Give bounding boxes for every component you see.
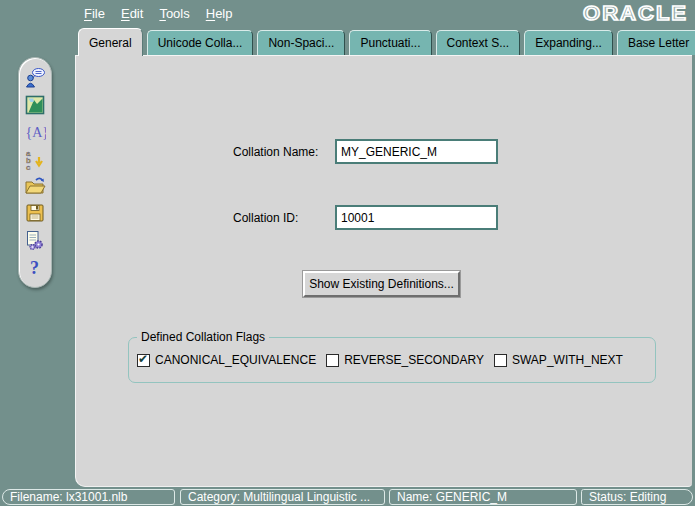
defined-collation-flags-group: Defined Collation Flags CANONICAL_EQUIVA… — [128, 337, 656, 383]
menu-file[interactable]: File — [83, 4, 106, 23]
svg-text:?: ? — [30, 258, 39, 278]
character-set-icon[interactable]: {A} — [24, 121, 46, 143]
flag-canonical-equivalence: CANONICAL_EQUIVALENCE — [137, 353, 316, 367]
general-tab-panel: Collation Name: Collation ID: Show Exist… — [75, 55, 692, 487]
collation-id-label: Collation ID: — [233, 211, 298, 225]
open-file-icon[interactable] — [24, 175, 46, 197]
svg-text:{A}: {A} — [26, 125, 47, 140]
tab-expanding[interactable]: Expanding... — [524, 30, 613, 55]
canonical-equivalence-checkbox[interactable] — [137, 354, 150, 367]
tab-unicode-collation[interactable]: Unicode Colla... — [147, 30, 254, 55]
tab-base-letter[interactable]: Base Letter — [617, 30, 695, 55]
tab-general[interactable]: General — [78, 28, 143, 56]
save-file-icon[interactable] — [24, 202, 46, 224]
linguistic-sort-icon[interactable]: a b c — [24, 148, 46, 170]
status-bar: Filename: lx31001.nlb Category: Multilin… — [0, 489, 695, 506]
preview-map-icon[interactable] — [24, 94, 46, 116]
status-category: Category: Multilingual Linguistic ... — [180, 489, 385, 505]
collation-name-label: Collation Name: — [233, 145, 318, 159]
menu-edit[interactable]: Edit — [120, 4, 144, 23]
flag-reverse-secondary: REVERSE_SECONDARY — [326, 353, 484, 367]
flags-group-title: Defined Collation Flags — [137, 330, 269, 344]
generate-nlb-icon[interactable] — [24, 229, 46, 251]
status-filename: Filename: lx31001.nlb — [2, 489, 175, 505]
flags-row: CANONICAL_EQUIVALENCE REVERSE_SECONDARY … — [137, 353, 633, 367]
flag-swap-with-next: SWAP_WITH_NEXT — [494, 353, 623, 367]
new-locale-icon[interactable] — [24, 67, 46, 89]
menu-bar: File Edit Tools Help — [83, 0, 233, 26]
canonical-equivalence-label: CANONICAL_EQUIVALENCE — [155, 353, 316, 367]
show-existing-definitions-button[interactable]: Show Existing Definitions... — [303, 271, 460, 297]
swap-with-next-checkbox[interactable] — [494, 354, 507, 367]
reverse-secondary-label: REVERSE_SECONDARY — [344, 353, 484, 367]
locale-builder-window: File Edit Tools Help ORACLE General Unic… — [0, 0, 695, 506]
reverse-secondary-checkbox[interactable] — [326, 354, 339, 367]
collation-id-input[interactable] — [335, 205, 498, 230]
help-icon[interactable]: ? — [24, 256, 46, 278]
toolbar-palette: {A} a b c — [18, 57, 52, 288]
tab-context-sensitive[interactable]: Context S... — [436, 30, 521, 55]
swap-with-next-label: SWAP_WITH_NEXT — [512, 353, 623, 367]
collation-name-input[interactable] — [335, 139, 498, 164]
tab-bar: General Unicode Colla... Non-Spaci... Pu… — [78, 28, 695, 55]
status-name: Name: GENERIC_M — [389, 489, 577, 505]
tab-punctuation[interactable]: Punctuati... — [349, 30, 431, 55]
status-editing: Status: Editing — [581, 489, 693, 505]
menu-tools[interactable]: Tools — [158, 4, 190, 23]
svg-text:c: c — [26, 163, 31, 170]
menu-help[interactable]: Help — [205, 4, 234, 23]
tab-non-spacing[interactable]: Non-Spaci... — [257, 30, 345, 55]
oracle-logo: ORACLE — [583, 2, 688, 26]
